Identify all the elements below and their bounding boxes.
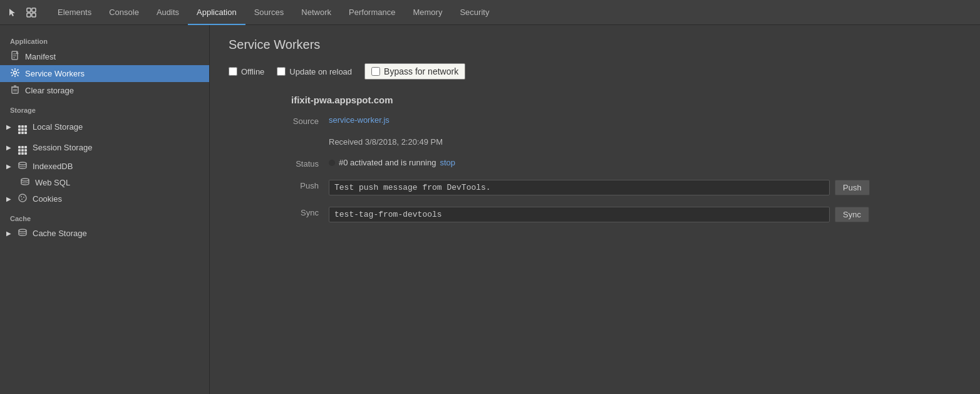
svg-point-15 <box>19 162 26 165</box>
offline-checkbox[interactable] <box>229 67 237 76</box>
source-row: Source service-worker.js <box>229 115 961 126</box>
cursor-icon[interactable] <box>5 5 20 20</box>
status-value: #0 activated and is running stop <box>329 158 455 167</box>
svg-rect-1 <box>32 8 36 12</box>
push-controls: Push <box>329 180 870 195</box>
content-area: Service Workers Offline Update on reload… <box>210 25 980 394</box>
svg-point-8 <box>14 71 17 75</box>
sidebar-item-clear-storage[interactable]: Clear storage <box>0 82 209 99</box>
sync-row: Sync Sync <box>229 207 961 222</box>
sidebar-item-label-clear-storage: Clear storage <box>25 86 74 95</box>
sync-input[interactable] <box>329 207 830 222</box>
offline-option[interactable]: Offline <box>229 67 264 76</box>
stop-link[interactable]: stop <box>440 158 455 167</box>
tab-sources[interactable]: Sources <box>245 1 293 25</box>
received-row: Received 3/8/2018, 2:20:49 PM <box>229 137 961 147</box>
source-label: Source <box>279 115 329 126</box>
arrow-icon: ▶ <box>6 123 11 130</box>
options-row: Offline Update on reload Bypass for netw… <box>229 63 961 80</box>
nav-icon-group <box>5 5 39 20</box>
sidebar-item-label-manifest: Manifest <box>25 52 56 61</box>
offline-label: Offline <box>241 67 264 76</box>
received-text: Received 3/8/2018, 2:20:49 PM <box>329 137 443 147</box>
source-value: service-worker.js <box>329 115 389 125</box>
gear-icon <box>10 68 20 79</box>
status-text: #0 activated and is running <box>339 158 436 167</box>
sync-label: Sync <box>279 207 329 217</box>
tab-security[interactable]: Security <box>451 1 498 25</box>
main-area: Application Manifest Service Wor <box>0 25 980 394</box>
sidebar-item-session-storage[interactable]: ▶ Session Storage <box>0 137 209 158</box>
grid-icon-session <box>18 140 28 155</box>
bypass-for-network-label: Bypass for network <box>384 66 458 76</box>
inspect-icon[interactable] <box>24 5 39 20</box>
svg-point-17 <box>19 194 26 202</box>
received-spacer <box>279 137 329 138</box>
tab-console[interactable]: Console <box>100 1 148 25</box>
tab-application[interactable]: Application <box>188 1 245 25</box>
update-on-reload-checkbox[interactable] <box>277 67 286 76</box>
arrow-icon: ▶ <box>6 195 11 202</box>
svg-point-18 <box>21 196 22 197</box>
sidebar-section-storage: Storage <box>0 99 209 117</box>
tab-elements[interactable]: Elements <box>49 1 100 25</box>
sidebar-section-application: Application <box>0 30 209 48</box>
sidebar-item-web-sql[interactable]: Web SQL <box>0 174 209 190</box>
tab-memory[interactable]: Memory <box>404 1 451 25</box>
sidebar-item-indexeddb[interactable]: ▶ IndexedDB <box>0 158 209 174</box>
sidebar-section-cache: Cache <box>0 207 209 225</box>
sidebar-item-cache-storage[interactable]: ▶ Cache Storage <box>0 225 209 241</box>
push-label: Push <box>279 180 329 190</box>
svg-point-16 <box>21 179 29 181</box>
push-input[interactable] <box>329 180 830 195</box>
source-link[interactable]: service-worker.js <box>329 115 389 125</box>
doc-icon <box>10 51 20 62</box>
sidebar-item-label-cache-storage: Cache Storage <box>33 229 87 238</box>
svg-point-21 <box>19 229 26 232</box>
svg-rect-0 <box>27 8 31 12</box>
bypass-for-network-option[interactable]: Bypass for network <box>364 63 465 80</box>
sidebar-item-manifest[interactable]: Manifest <box>0 48 209 65</box>
worker-domain: ifixit-pwa.appspot.com <box>229 95 961 105</box>
svg-point-20 <box>21 199 23 200</box>
sidebar-item-label-local-storage: Local Storage <box>33 122 83 132</box>
db-icon-cache <box>18 228 28 238</box>
arrow-icon: ▶ <box>6 230 11 237</box>
svg-rect-3 <box>32 13 36 17</box>
db-icon-indexed <box>18 161 28 171</box>
update-on-reload-option[interactable]: Update on reload <box>277 67 352 76</box>
sidebar-item-service-workers[interactable]: Service Workers <box>0 65 209 82</box>
tab-audits[interactable]: Audits <box>148 1 188 25</box>
sidebar-item-label-web-sql: Web SQL <box>35 178 70 187</box>
sidebar: Application Manifest Service Wor <box>0 25 210 394</box>
sidebar-item-label-indexeddb: IndexedDB <box>33 162 73 171</box>
status-row: Status #0 activated and is running stop <box>229 158 961 168</box>
svg-point-19 <box>23 197 24 198</box>
sidebar-item-label-service-workers: Service Workers <box>25 69 85 78</box>
status-label: Status <box>279 158 329 168</box>
sync-button[interactable]: Sync <box>835 207 869 222</box>
push-row: Push Push <box>229 180 961 195</box>
tab-performance[interactable]: Performance <box>340 1 404 25</box>
grid-icon-local <box>18 120 28 134</box>
update-on-reload-label: Update on reload <box>289 67 352 76</box>
page-title: Service Workers <box>229 38 961 52</box>
bypass-for-network-checkbox[interactable] <box>371 67 380 76</box>
nav-tabs: Elements Console Audits Application Sour… <box>49 0 498 24</box>
tab-network[interactable]: Network <box>292 1 340 25</box>
svg-rect-2 <box>27 13 31 17</box>
sidebar-item-label-session-storage: Session Storage <box>33 143 92 152</box>
db-icon-websql <box>20 177 30 187</box>
status-dot-icon <box>329 160 335 166</box>
sync-controls: Sync <box>329 207 869 222</box>
sidebar-item-cookies[interactable]: ▶ Cookies <box>0 190 209 207</box>
top-nav: Elements Console Audits Application Sour… <box>0 0 980 25</box>
arrow-icon: ▶ <box>6 144 11 151</box>
sidebar-item-local-storage[interactable]: ▶ Local Storage <box>0 117 209 137</box>
arrow-icon: ▶ <box>6 163 11 170</box>
trash-icon <box>10 85 20 96</box>
cookie-icon <box>18 194 28 204</box>
sidebar-item-label-cookies: Cookies <box>33 194 62 204</box>
push-button[interactable]: Push <box>835 180 870 195</box>
